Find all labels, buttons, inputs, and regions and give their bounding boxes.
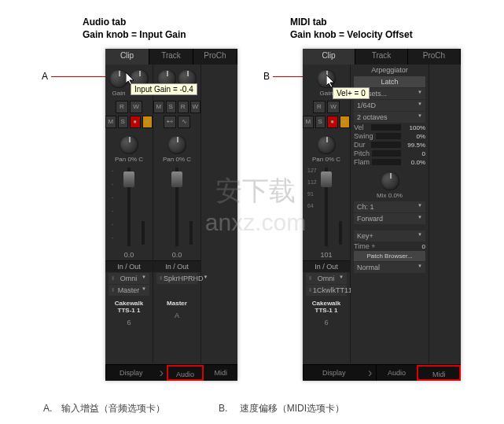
tab-clip-r[interactable]: Clip xyxy=(303,49,355,65)
read-master[interactable]: R xyxy=(178,101,189,113)
arp-swing-slider[interactable] xyxy=(376,133,401,139)
output-midi[interactable]: 1CkwlkTT11 xyxy=(306,285,347,296)
footer-midi-tab[interactable]: Midi xyxy=(204,365,237,381)
echo-midi[interactable]: •) xyxy=(340,116,351,128)
footer-chevron-r[interactable]: › xyxy=(365,365,376,381)
track-number: 6 xyxy=(105,317,153,328)
arp-pitch-slider[interactable] xyxy=(372,150,401,157)
arp-title: Arpeggiator xyxy=(354,65,425,76)
footer-audio-tab-r[interactable]: Audio xyxy=(376,365,418,381)
output-dropdown[interactable]: Master xyxy=(109,285,149,296)
arp-mix-knob[interactable] xyxy=(381,171,399,190)
tab-clip[interactable]: Clip xyxy=(105,49,149,65)
fader-area: ------ xyxy=(109,168,149,246)
tab-proch-r[interactable]: ProCh xyxy=(408,49,461,65)
pan-knob-master[interactable] xyxy=(167,135,186,154)
channel-strip-master: Gain C M S R W ⊷ ∿ Pan 0% C 0.0 In / Out… xyxy=(153,65,201,363)
write-button[interactable]: W xyxy=(130,101,142,113)
arp-octaves[interactable]: 2 octaves xyxy=(354,112,425,123)
footnote-b: B. 速度偏移（MIDI选项卡） xyxy=(219,402,344,415)
arp-channel[interactable]: Ch: 1 xyxy=(354,201,425,212)
fader-value: 0.0 xyxy=(105,249,153,260)
tab-track[interactable]: Track xyxy=(149,49,193,65)
solo-midi[interactable]: S xyxy=(315,116,326,128)
footer-chevron[interactable]: › xyxy=(156,365,167,381)
tab-track-r[interactable]: Track xyxy=(355,49,408,65)
inout-label: In / Out xyxy=(105,260,153,272)
heading-audio-tab: Audio tab xyxy=(83,17,186,29)
fader-cap-master[interactable] xyxy=(171,171,182,187)
inspector-panel-midi: Clip Track ProCh Gain R W M S ● •) Pan 0… xyxy=(303,49,461,381)
pan-knob[interactable] xyxy=(120,135,138,154)
footer-display-r[interactable]: Display xyxy=(303,365,365,381)
arp-flam-slider[interactable] xyxy=(372,159,401,165)
callout-a: A xyxy=(42,71,48,82)
output-spkr[interactable]: SpkrHPRHD xyxy=(156,273,197,284)
gain-label: Gain xyxy=(109,90,129,97)
footer-midi-tab-r[interactable]: Midi xyxy=(417,365,461,381)
inspector-panel-audio: Clip Track ProCh Gain A R W M S ● •) Pan… xyxy=(105,49,237,381)
mute-master[interactable]: M xyxy=(153,101,164,113)
mute-midi[interactable]: M xyxy=(303,116,314,128)
input-midi[interactable]: Omni xyxy=(306,273,347,284)
cursor-icon-r xyxy=(326,75,336,87)
heading-audio-sub: Gain knob = Input Gain xyxy=(83,29,186,42)
midi-channel-strip: Gain R W M S ● •) Pan 0% C 127112 9164 1… xyxy=(303,65,351,363)
pan-label-2: Pan 0% C xyxy=(109,156,149,163)
fader-midi[interactable] xyxy=(321,171,332,187)
callout-b: B xyxy=(263,71,270,82)
read-midi[interactable]: R xyxy=(313,101,326,113)
write-master[interactable]: W xyxy=(190,101,201,113)
tab-proch[interactable]: ProCh xyxy=(193,49,237,65)
level-meter xyxy=(142,221,145,245)
footer-display[interactable]: Display xyxy=(105,365,156,381)
record-button[interactable]: ● xyxy=(130,116,141,128)
heading-midi-tab: MIDI tab xyxy=(290,17,413,29)
solo-button[interactable]: S xyxy=(118,116,129,128)
arp-vel-slider[interactable] xyxy=(371,124,401,131)
tooltip-input-gain: Input Gain = -0.4 xyxy=(131,83,197,95)
echo-button[interactable]: •) xyxy=(142,116,153,128)
heading-midi-sub: Gain knob = Velocity Offset xyxy=(290,29,413,42)
read-button[interactable]: R xyxy=(116,101,128,113)
arp-latch-button[interactable]: Latch xyxy=(354,76,425,87)
solo-master[interactable]: S xyxy=(166,101,177,113)
input-dropdown[interactable]: Omni xyxy=(109,273,149,284)
arp-rate[interactable]: 1/64D xyxy=(354,100,425,111)
footer-audio-tab[interactable]: Audio xyxy=(167,365,203,381)
link-button[interactable]: ⊷ xyxy=(164,116,176,128)
wave-button[interactable]: ∿ xyxy=(178,116,190,128)
arpeggiator-panel: Arpeggiator Latch Presets... 1/64D 2 oct… xyxy=(351,65,429,363)
arp-normal[interactable]: Normal xyxy=(354,262,425,273)
fader-cap[interactable] xyxy=(123,171,134,187)
pan-midi[interactable] xyxy=(317,135,336,154)
footnote-a: A. 输入增益（音频选项卡） xyxy=(43,402,165,415)
record-midi[interactable]: ● xyxy=(327,116,338,128)
channel-strip-1: Gain A R W M S ● •) Pan 0% C ------ 0.0 … xyxy=(105,65,153,363)
arp-direction[interactable]: Forward xyxy=(354,213,425,224)
write-midi[interactable]: W xyxy=(327,101,340,113)
mute-button[interactable]: M xyxy=(105,116,116,128)
arp-dur-slider[interactable] xyxy=(371,142,401,148)
arp-patch-browser[interactable]: Patch Browser... xyxy=(354,251,425,261)
track-name: Cakewalk TTS-1 1 xyxy=(105,297,153,317)
arp-key[interactable]: Key+ xyxy=(354,230,425,241)
tooltip-velocity: Vel+ = 0 xyxy=(333,87,370,99)
